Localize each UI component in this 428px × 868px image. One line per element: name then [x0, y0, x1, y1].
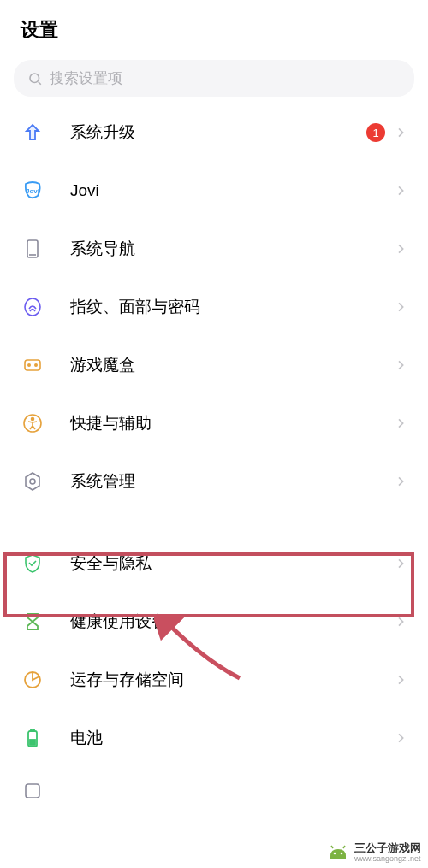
gear-hex-icon: [21, 469, 45, 493]
item-label: 系统导航: [70, 238, 394, 260]
svg-line-22: [343, 846, 345, 848]
svg-point-7: [28, 364, 30, 366]
svg-point-0: [30, 74, 39, 83]
svg-point-10: [32, 418, 34, 421]
item-shortcut-accessibility[interactable]: 快捷与辅助: [0, 394, 428, 452]
battery-icon: [21, 726, 45, 750]
accessibility-icon: [21, 411, 45, 435]
item-label: 系统管理: [70, 470, 394, 493]
svg-point-19: [334, 853, 336, 855]
fingerprint-icon: [21, 295, 45, 319]
item-label: Jovi: [70, 181, 394, 200]
item-system-navigation[interactable]: 系统导航: [0, 220, 428, 278]
item-label: 系统升级: [70, 121, 366, 144]
chevron-right-icon: [394, 416, 407, 430]
page-title: 设置: [21, 17, 407, 43]
chevron-right-icon: [394, 300, 407, 314]
watermark-logo-icon: [327, 844, 349, 861]
phone-icon: [21, 237, 45, 261]
svg-point-20: [341, 853, 343, 855]
search-box[interactable]: 搜索设置项: [14, 60, 414, 97]
search-icon: [27, 71, 43, 86]
watermark-url: www.sangongzi.net: [354, 855, 421, 863]
item-label: 安全与隐私: [70, 552, 394, 575]
item-system-upgrade[interactable]: 系统升级 1: [0, 103, 428, 162]
svg-point-12: [30, 479, 35, 484]
watermark-title: 三公子游戏网: [354, 842, 421, 853]
item-jovi[interactable]: Jovi Jovi: [0, 162, 428, 220]
chevron-right-icon: [394, 731, 407, 745]
item-label: 健康使用设备: [70, 611, 394, 633]
gamepad-icon: [21, 353, 45, 377]
search-placeholder: 搜索设置项: [50, 68, 122, 88]
item-game-box[interactable]: 游戏魔盒: [0, 336, 428, 394]
upgrade-icon: [21, 121, 45, 145]
chevron-right-icon: [394, 242, 407, 256]
chevron-right-icon: [394, 475, 407, 488]
partial-icon: [21, 779, 45, 798]
item-label: 电池: [70, 727, 394, 749]
svg-line-1: [39, 81, 41, 84]
jovi-icon: Jovi: [21, 179, 45, 203]
svg-point-8: [35, 364, 37, 366]
chevron-right-icon: [394, 673, 407, 687]
svg-text:Jovi: Jovi: [26, 187, 39, 195]
item-battery[interactable]: 电池: [0, 709, 428, 767]
svg-point-5: [25, 298, 40, 316]
svg-rect-6: [25, 360, 40, 370]
item-partial-next[interactable]: [0, 767, 428, 798]
svg-rect-17: [26, 784, 39, 798]
settings-list: 系统升级 1 Jovi Jovi 系统导航 指纹、面部与密码: [0, 103, 428, 798]
header: 设置: [0, 0, 428, 56]
item-security-privacy[interactable]: 安全与隐私: [0, 534, 428, 593]
chevron-right-icon: [394, 615, 407, 629]
section-divider: [0, 511, 428, 534]
item-label: 运存与存储空间: [70, 669, 394, 691]
item-label: 指纹、面部与密码: [70, 296, 394, 318]
item-label: 游戏魔盒: [70, 354, 394, 376]
svg-rect-15: [31, 729, 34, 731]
item-health-device[interactable]: 健康使用设备: [0, 593, 428, 651]
chevron-right-icon: [394, 126, 407, 139]
svg-marker-11: [26, 473, 39, 490]
item-fingerprint-face-password[interactable]: 指纹、面部与密码: [0, 278, 428, 336]
hourglass-icon: [21, 610, 45, 634]
svg-rect-16: [30, 740, 35, 745]
chevron-right-icon: [394, 557, 407, 570]
shield-icon: [21, 552, 45, 576]
chevron-right-icon: [394, 358, 407, 372]
item-ram-storage[interactable]: 运存与存储空间: [0, 651, 428, 709]
item-system-management[interactable]: 系统管理: [0, 452, 428, 511]
watermark: 三公子游戏网 www.sangongzi.net: [327, 842, 421, 863]
chevron-right-icon: [394, 184, 407, 198]
storage-pie-icon: [21, 668, 45, 692]
item-label: 快捷与辅助: [70, 412, 394, 434]
svg-line-21: [331, 846, 333, 848]
badge: 1: [366, 123, 385, 142]
